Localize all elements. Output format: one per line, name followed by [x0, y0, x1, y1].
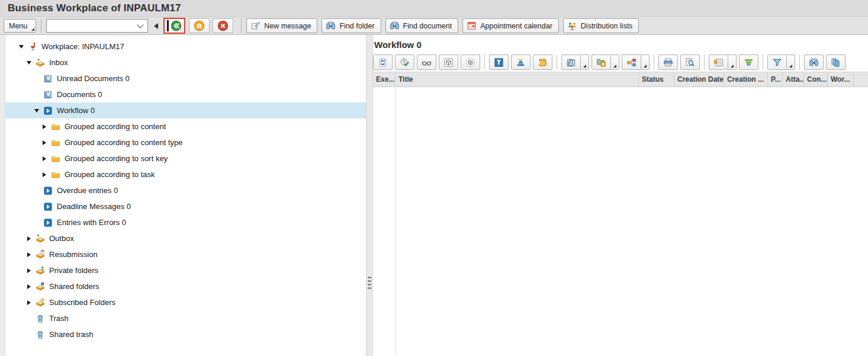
expander-icon[interactable]	[31, 109, 42, 113]
column-header-p[interactable]: P...	[768, 72, 783, 86]
column-header-title[interactable]: Title	[396, 72, 639, 86]
column-header-creation-date[interactable]: Creation Date	[674, 72, 724, 86]
create-folder-button[interactable]	[591, 54, 611, 70]
tree-item-label: Trash	[46, 314, 69, 323]
expander-icon[interactable]	[24, 61, 34, 65]
tree-scrollbar[interactable]	[0, 35, 5, 356]
command-input[interactable]	[47, 20, 138, 32]
document-icon	[42, 90, 54, 100]
filter-button-group	[767, 54, 795, 70]
resubmission-icon	[34, 250, 46, 259]
column-header-wor[interactable]: Wor...	[828, 72, 854, 86]
refresh-button[interactable]	[373, 54, 393, 70]
tree-item-overdue-entries-0[interactable]: Overdue entries 0	[5, 182, 366, 198]
tree-item-grouped-according-to-content-type[interactable]: Grouped according to content type	[5, 134, 366, 150]
cancel-button[interactable]	[213, 18, 233, 33]
object-cube-dotted-button[interactable]	[461, 54, 480, 70]
column-header-atta[interactable]: Atta...	[783, 72, 804, 86]
new-message-button[interactable]: New message	[246, 18, 317, 33]
tree-item-shared-trash[interactable]: Shared trash	[5, 326, 366, 342]
print-preview-button-group	[680, 54, 700, 70]
trash-icon	[34, 314, 46, 323]
tree-item-grouped-according-to-task[interactable]: Grouped according to task	[5, 166, 366, 182]
create-folder-dropdown[interactable]	[611, 54, 619, 70]
distribution-lists-button[interactable]: Distribution lists	[563, 18, 639, 33]
tree-item-inbox[interactable]: Inbox	[5, 54, 366, 70]
column-header-status[interactable]: Status	[639, 72, 674, 86]
tree-item-label: Outbox	[46, 234, 74, 243]
organization-button-group	[622, 54, 650, 70]
tree-item-trash[interactable]: Trash	[5, 310, 366, 326]
execute-button[interactable]	[395, 54, 414, 70]
expander-icon[interactable]	[24, 300, 34, 305]
workflow-log-button[interactable]	[533, 54, 552, 70]
column-header-con[interactable]: Con...	[804, 72, 828, 86]
glasses-button[interactable]	[417, 54, 436, 70]
back-button[interactable]	[163, 18, 185, 34]
menu-button[interactable]: Menu	[4, 19, 36, 33]
subscribed-folders-icon	[34, 298, 46, 307]
expander-icon[interactable]	[39, 124, 50, 129]
find-folder-button[interactable]: Find folder	[322, 18, 381, 33]
tree-item-deadline-messages-0[interactable]: Deadline Messages 0	[5, 198, 366, 214]
sort-button[interactable]	[739, 54, 758, 70]
tree-item-entries-with-errors-0[interactable]: Entries with Errors 0	[5, 214, 366, 230]
expander-icon[interactable]	[39, 156, 50, 161]
toolbar-separator	[654, 54, 654, 70]
appointment-calendar-button[interactable]: Appointment calendar	[462, 18, 559, 33]
workflow-log-icon	[538, 57, 548, 68]
views-button[interactable]	[826, 54, 846, 70]
create-folder-icon	[596, 57, 606, 68]
tree-item-subscribed-folders[interactable]: Subscribed Folders	[5, 294, 366, 310]
binoculars-icon	[326, 21, 336, 31]
workflow-overview-button[interactable]	[511, 54, 531, 70]
tree-item-shared-folders[interactable]: Shared folders	[5, 278, 366, 294]
table-settings-button[interactable]	[709, 54, 728, 70]
tree-item-private-folders[interactable]: Private folders	[5, 262, 366, 278]
menu-corner-icon	[31, 28, 34, 31]
column-header-creation[interactable]: Creation ...	[724, 72, 768, 86]
attachment-button[interactable]	[561, 54, 581, 70]
exit-button[interactable]	[189, 18, 210, 33]
splitter-grip-icon[interactable]	[368, 277, 371, 289]
find-document-button[interactable]: Find document	[385, 18, 459, 33]
expander-icon[interactable]	[24, 268, 34, 273]
expander-icon[interactable]	[24, 284, 34, 289]
filter-dropdown[interactable]	[787, 54, 795, 70]
expander-icon[interactable]	[39, 172, 50, 177]
tree-item-workflow-0[interactable]: Workflow 0	[5, 102, 366, 118]
expander-icon[interactable]	[16, 45, 27, 49]
panel-splitter[interactable]	[366, 35, 373, 356]
tree-item-label: Workplace: INPAULM17	[38, 42, 124, 51]
collapse-toolbar-icon[interactable]	[154, 23, 158, 29]
workflow-icon	[42, 186, 54, 195]
command-field[interactable]	[46, 19, 148, 33]
tree-item-grouped-according-to-sort-key[interactable]: Grouped according to sort key	[5, 150, 366, 166]
distribution-lists-icon	[567, 21, 577, 31]
workflow-panel-title: Workflow 0	[374, 40, 868, 50]
table-settings-dropdown[interactable]	[728, 54, 737, 70]
tree-item-grouped-according-to-content[interactable]: Grouped according to content	[5, 118, 366, 134]
tree-item-unread-documents-0[interactable]: Unread Documents 0	[5, 70, 366, 86]
organization-button[interactable]	[622, 54, 641, 70]
print-preview-button[interactable]	[680, 54, 700, 70]
filter-button[interactable]	[767, 54, 787, 70]
tree-item-outbox[interactable]: Outbox	[5, 230, 366, 246]
folder-icon	[50, 170, 62, 179]
column-header-exe[interactable]: Exe...	[373, 72, 396, 86]
expander-icon[interactable]	[24, 252, 34, 257]
chevron-down-icon[interactable]	[137, 21, 144, 28]
object-cube-button[interactable]	[439, 54, 458, 70]
binoculars-button[interactable]	[804, 54, 824, 70]
tree-item-documents-0[interactable]: Documents 0	[5, 86, 366, 102]
expander-icon[interactable]	[39, 140, 50, 145]
tree-item-resubmission[interactable]: Resubmission	[5, 246, 366, 262]
expander-icon[interactable]	[24, 236, 34, 241]
organization-dropdown[interactable]	[641, 54, 650, 70]
toolbar-separator	[704, 54, 705, 70]
work-item-button[interactable]	[489, 54, 509, 70]
tree-item-workplace-inpaulm17[interactable]: Workplace: INPAULM17	[5, 39, 366, 54]
print-button[interactable]	[658, 54, 678, 70]
attachment-dropdown[interactable]	[581, 54, 589, 70]
outbox-icon	[34, 234, 46, 243]
